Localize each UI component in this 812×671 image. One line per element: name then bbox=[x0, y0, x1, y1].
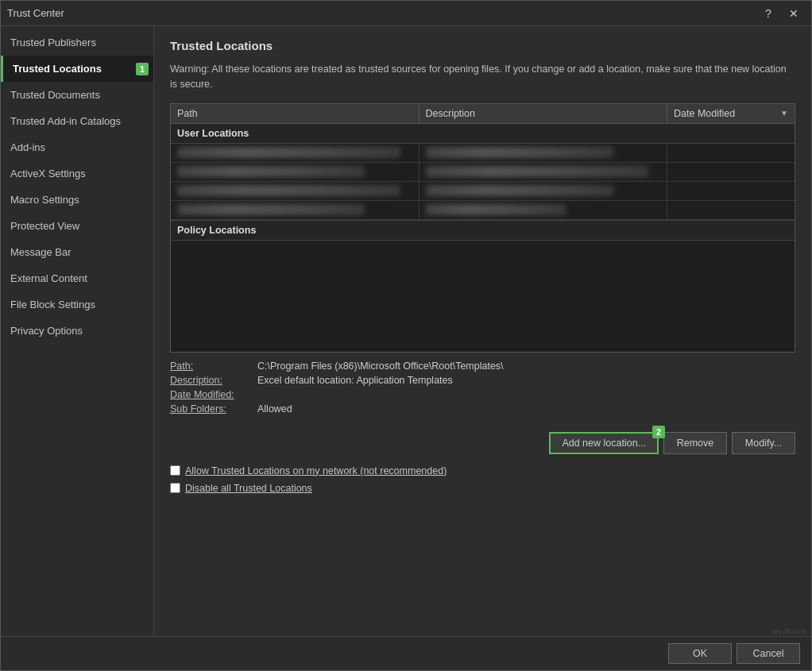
main-content: Trusted PublishersTrusted LocationsTrust… bbox=[1, 26, 811, 636]
cell-date-1 bbox=[667, 144, 795, 162]
cell-path-3 bbox=[171, 182, 420, 200]
sidebar-item-macro-settings[interactable]: Macro Settings bbox=[1, 187, 153, 213]
cell-path-2 bbox=[171, 163, 420, 181]
help-button[interactable]: ? bbox=[757, 6, 779, 21]
policy-empty-area bbox=[171, 241, 795, 352]
cell-date-2 bbox=[667, 163, 795, 181]
table-row[interactable] bbox=[171, 144, 795, 163]
sidebar: Trusted PublishersTrusted LocationsTrust… bbox=[1, 26, 154, 636]
cancel-button[interactable]: Cancel bbox=[737, 643, 800, 664]
sub-folders-label: Sub Folders: bbox=[170, 403, 257, 415]
sidebar-item-trusted-documents[interactable]: Trusted Documents bbox=[1, 82, 153, 108]
description-value: Excel default location: Application Temp… bbox=[257, 375, 453, 386]
col-description: Description bbox=[420, 104, 668, 123]
detail-subfolders-row: Sub Folders: Allowed bbox=[170, 403, 795, 415]
cell-desc-4 bbox=[420, 201, 668, 219]
close-button[interactable]: ✕ bbox=[783, 6, 805, 21]
dialog-title: Trust Center bbox=[7, 7, 64, 19]
add-new-location-button[interactable]: Add new location... bbox=[549, 432, 659, 454]
content-area: Trusted Locations Warning: All these loc… bbox=[154, 26, 811, 636]
cell-path-1 bbox=[171, 144, 420, 162]
table-row[interactable] bbox=[171, 201, 795, 220]
date-modified-label: Date Modified: bbox=[170, 389, 257, 400]
table-row[interactable] bbox=[171, 182, 795, 201]
user-locations-header: User Locations bbox=[171, 124, 795, 144]
details-area: Path: C:\Program Files (x86)\Microsoft O… bbox=[170, 353, 795, 424]
ok-button[interactable]: OK bbox=[668, 643, 732, 664]
action-buttons-row: Add new location... Remove Modify... bbox=[170, 432, 795, 454]
warning-text: Warning: All these locations are treated… bbox=[170, 62, 795, 92]
title-bar: Trust Center ? ✕ bbox=[1, 1, 811, 26]
remove-button[interactable]: Remove bbox=[663, 432, 727, 454]
sidebar-item-external-content[interactable]: External Content bbox=[1, 265, 153, 291]
cell-desc-2 bbox=[420, 163, 668, 181]
cell-desc-3 bbox=[420, 182, 668, 200]
allow-network-label: Allow Trusted Locations on my network (n… bbox=[185, 465, 447, 476]
detail-datemodified-row: Date Modified: bbox=[170, 389, 795, 400]
sub-folders-value: Allowed bbox=[257, 403, 292, 415]
checkboxes-area: Allow Trusted Locations on my network (n… bbox=[170, 465, 795, 494]
path-value: C:\Program Files (x86)\Microsoft Office\… bbox=[257, 361, 504, 372]
disable-all-row: Disable all Trusted Locations bbox=[170, 483, 795, 494]
sidebar-item-protected-view[interactable]: Protected View bbox=[1, 213, 153, 239]
watermark: ws.dn.com bbox=[772, 627, 806, 635]
description-label: Description: bbox=[170, 375, 257, 386]
allow-network-checkbox[interactable] bbox=[170, 465, 180, 476]
sort-arrow-icon: ▼ bbox=[780, 109, 788, 118]
path-label: Path: bbox=[170, 361, 257, 372]
sidebar-item-message-bar[interactable]: Message Bar bbox=[1, 239, 153, 265]
bottom-bar: OK Cancel bbox=[1, 636, 811, 670]
cell-path-4 bbox=[171, 201, 420, 219]
sidebar-item-add-ins[interactable]: Add-ins bbox=[1, 134, 153, 160]
sidebar-item-activex-settings[interactable]: ActiveX Settings bbox=[1, 160, 153, 187]
disable-all-checkbox[interactable] bbox=[170, 483, 180, 493]
title-bar-controls: ? ✕ bbox=[757, 6, 805, 21]
detail-path-row: Path: C:\Program Files (x86)\Microsoft O… bbox=[170, 361, 795, 372]
disable-all-label: Disable all Trusted Locations bbox=[185, 483, 312, 494]
trust-center-dialog: Trust Center ? ✕ Trusted PublishersTrust… bbox=[0, 0, 812, 671]
table-header: Path Description Date Modified ▼ bbox=[171, 104, 795, 124]
cell-date-3 bbox=[667, 182, 795, 200]
sidebar-item-privacy-options[interactable]: Privacy Options bbox=[1, 318, 153, 344]
sidebar-item-trusted-publishers[interactable]: Trusted Publishers bbox=[1, 29, 153, 56]
section-title: Trusted Locations bbox=[170, 39, 795, 52]
allow-network-row: Allow Trusted Locations on my network (n… bbox=[170, 465, 795, 476]
cell-date-4 bbox=[667, 201, 795, 219]
detail-description-row: Description: Excel default location: App… bbox=[170, 375, 795, 386]
col-date-modified: Date Modified ▼ bbox=[667, 104, 795, 123]
locations-table: Path Description Date Modified ▼ User Lo… bbox=[170, 103, 795, 353]
sidebar-item-trusted-addin-catalogs[interactable]: Trusted Add-in Catalogs bbox=[1, 108, 153, 134]
modify-button[interactable]: Modify... bbox=[732, 432, 795, 454]
cell-desc-1 bbox=[420, 144, 668, 162]
table-row[interactable] bbox=[171, 163, 795, 182]
sidebar-item-file-block-settings[interactable]: File Block Settings bbox=[1, 291, 153, 318]
policy-locations-header: Policy Locations bbox=[171, 220, 795, 241]
col-path: Path bbox=[171, 104, 420, 123]
sidebar-item-trusted-locations[interactable]: Trusted Locations bbox=[1, 56, 153, 82]
